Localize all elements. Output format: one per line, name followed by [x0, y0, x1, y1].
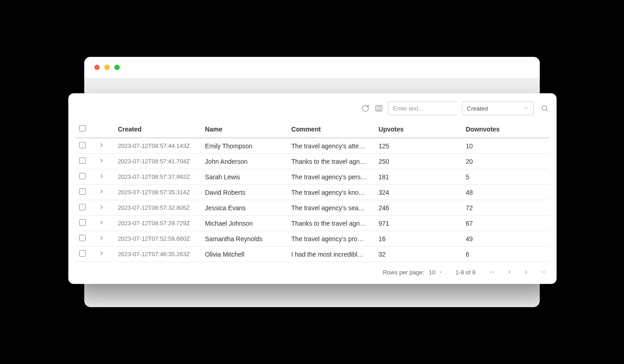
table-toolbar: Created	[76, 101, 549, 115]
next-page-icon[interactable]	[523, 268, 530, 276]
table-header-row: Created Name Comment Upvotes Downvotes	[76, 121, 549, 138]
cell-upvotes: 971	[375, 216, 462, 231]
cell-comment: The travel agency's kno…	[288, 185, 375, 200]
row-select-cell	[76, 154, 95, 169]
cell-comment: The travel agency's pers…	[288, 169, 375, 185]
row-checkbox[interactable]	[79, 173, 86, 179]
table-row: 2023-07-12T07:48:35.263ZOlivia MitchellI…	[76, 247, 549, 262]
table-row: 2023-07-12T08:57:44.143ZEmily ThompsonTh…	[76, 138, 549, 154]
row-expand-cell	[95, 138, 114, 154]
rows-per-page: Rows per page: 10	[383, 269, 443, 276]
first-page-icon[interactable]	[488, 268, 496, 276]
rows-per-page-label: Rows per page:	[383, 269, 424, 276]
row-checkbox[interactable]	[79, 219, 86, 226]
table-row: 2023-07-12T08:57:41.704ZJohn AndersonTha…	[76, 154, 549, 169]
data-table-panel: Created Created Name Comment	[68, 93, 557, 284]
cell-name: Olivia Mitchell	[201, 247, 287, 262]
table-row: 2023-07-12T08:57:35.314ZDavid RobertsThe…	[76, 185, 549, 200]
row-expand-cell	[95, 247, 114, 262]
table-row: 2023-07-12T08:57:29.729ZMichael JohnsonT…	[76, 216, 549, 231]
cell-comment: The travel agency's pro…	[288, 231, 375, 247]
svg-rect-0	[376, 106, 382, 111]
row-select-cell	[76, 247, 95, 262]
cell-created: 2023-07-12T08:57:44.143Z	[114, 138, 201, 154]
chevron-right-icon[interactable]	[98, 219, 105, 226]
col-header-downvotes[interactable]: Downvotes	[462, 121, 549, 138]
rows-per-page-select[interactable]: 10	[429, 269, 442, 276]
table-row: 2023-07-12T08:57:37.992ZSarah LewisThe t…	[76, 169, 549, 185]
window-titlebar	[84, 57, 540, 78]
chevron-right-icon[interactable]	[98, 173, 105, 179]
refresh-icon[interactable]	[361, 104, 370, 113]
table-footer: Rows per page: 10 1-8 of 8	[76, 262, 549, 280]
chevron-right-icon[interactable]	[98, 188, 105, 195]
prev-page-icon[interactable]	[506, 268, 513, 276]
table-row: 2023-07-12T08:57:32.805ZJessica EvansThe…	[76, 200, 549, 216]
caret-down-icon	[438, 269, 443, 276]
row-checkbox[interactable]	[79, 188, 86, 195]
cell-comment: Thanks to the travel agn…	[288, 154, 375, 169]
cell-name: David Roberts	[201, 185, 287, 200]
chevron-down-icon	[523, 105, 529, 112]
pager	[488, 268, 547, 276]
filter-column-select[interactable]: Created	[462, 101, 534, 115]
cell-name: Sarah Lewis	[201, 169, 287, 185]
expand-header	[95, 121, 114, 138]
data-table: Created Name Comment Upvotes Downvotes 2…	[76, 121, 549, 262]
row-checkbox[interactable]	[79, 142, 86, 148]
cell-comment: The travel agency's atte…	[288, 138, 375, 154]
cell-comment: The travel agency's sea…	[288, 200, 375, 216]
row-checkbox[interactable]	[79, 157, 86, 164]
chevron-right-icon[interactable]	[98, 157, 105, 164]
col-header-comment[interactable]: Comment	[288, 121, 375, 138]
cell-upvotes: 250	[375, 154, 462, 169]
rows-per-page-value: 10	[429, 269, 435, 276]
col-header-created[interactable]: Created	[114, 121, 201, 138]
svg-point-3	[542, 106, 547, 111]
row-checkbox[interactable]	[79, 250, 86, 257]
cell-downvotes: 48	[462, 185, 549, 200]
row-select-cell	[76, 200, 95, 216]
row-expand-cell	[95, 154, 114, 169]
cell-created: 2023-07-12T08:57:32.805Z	[114, 200, 201, 216]
columns-icon[interactable]	[374, 104, 384, 113]
col-header-upvotes[interactable]: Upvotes	[375, 121, 462, 138]
row-select-cell	[76, 169, 95, 185]
cell-comment: I had the most incredibl…	[288, 247, 375, 262]
row-select-cell	[76, 231, 95, 247]
table-row: 2023-07-12T07:52:59.660ZSamantha Reynold…	[76, 231, 549, 247]
chevron-right-icon[interactable]	[98, 204, 105, 210]
cell-downvotes: 20	[462, 154, 549, 169]
col-header-name[interactable]: Name	[201, 121, 287, 138]
cell-downvotes: 10	[462, 138, 549, 154]
row-select-cell	[76, 216, 95, 231]
row-checkbox[interactable]	[79, 204, 86, 210]
cell-name: Emily Thompson	[201, 138, 287, 154]
window-minimize-icon[interactable]	[104, 65, 110, 70]
cell-upvotes: 125	[375, 138, 462, 154]
cell-created: 2023-07-12T08:57:35.314Z	[114, 185, 201, 200]
cell-name: John Anderson	[201, 154, 287, 169]
cell-created: 2023-07-12T08:57:37.992Z	[114, 169, 201, 185]
row-expand-cell	[95, 185, 114, 200]
search-icon[interactable]	[540, 104, 549, 113]
cell-name: Samantha Reynolds	[201, 231, 287, 247]
cell-downvotes: 6	[462, 247, 549, 262]
last-page-icon[interactable]	[540, 268, 547, 276]
cell-upvotes: 324	[375, 185, 462, 200]
window-close-icon[interactable]	[94, 65, 100, 70]
chevron-right-icon[interactable]	[98, 142, 105, 148]
row-expand-cell	[95, 169, 114, 185]
chevron-right-icon[interactable]	[98, 250, 105, 257]
cell-created: 2023-07-12T07:52:59.660Z	[114, 231, 201, 247]
row-select-cell	[76, 185, 95, 200]
chevron-right-icon[interactable]	[98, 235, 105, 241]
window-zoom-icon[interactable]	[114, 65, 120, 70]
search-input[interactable]	[388, 101, 457, 115]
select-all-checkbox[interactable]	[79, 125, 86, 131]
filter-column-value: Created	[467, 105, 488, 112]
cell-upvotes: 181	[375, 169, 462, 185]
row-checkbox[interactable]	[79, 235, 86, 241]
cell-downvotes: 67	[462, 216, 549, 231]
cell-downvotes: 49	[462, 231, 549, 247]
